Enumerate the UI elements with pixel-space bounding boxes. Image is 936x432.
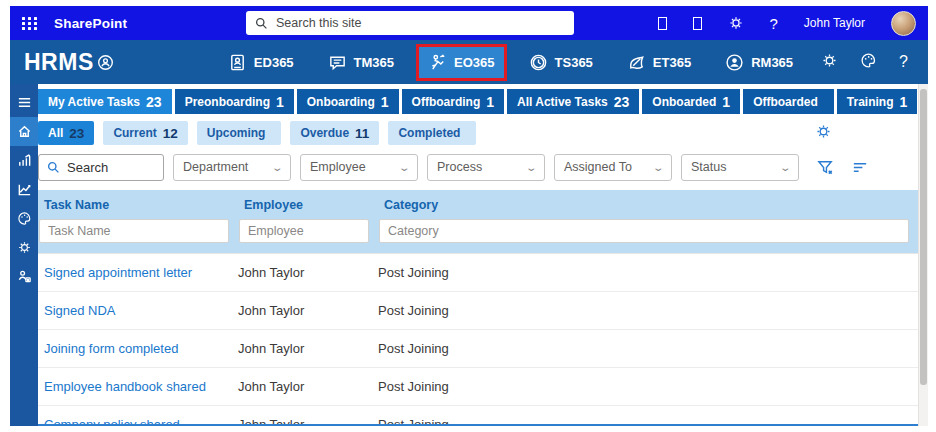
tab-count: 1 [381,94,389,110]
nav-item-eo365-active[interactable]: EO365 [416,44,506,81]
app-settings-button[interactable] [815,48,844,77]
sort-lines-icon[interactable] [851,158,870,177]
nav-item-ts365[interactable]: TS365 [517,44,605,81]
sidebar-hamburger-menu[interactable] [10,88,38,117]
bar-chart-icon [17,153,32,168]
pill-current[interactable]: Current12 [103,121,187,145]
task-link[interactable]: Signed appointment letter [38,265,238,280]
nav-item-tm365[interactable]: TM365 [316,44,406,81]
task-search-box[interactable] [38,154,164,181]
task-link[interactable]: Employee handbook shared [38,379,238,394]
sidebar-item-analytics[interactable] [10,146,38,175]
sidebar-item-settings[interactable] [10,233,38,262]
tab-my-active-tasks[interactable]: My Active Tasks23 [38,89,172,114]
tab-onboarded[interactable]: Onboarded1 [642,89,740,114]
pill-count: 12 [163,126,178,141]
tab-count: 23 [146,94,162,110]
site-search-placeholder: Search this site [276,16,361,30]
table-row: Joining form completed John Taylor Post … [38,330,918,368]
tab-training[interactable]: Training1 [837,89,917,114]
column-filter-task-name[interactable] [39,219,229,243]
sidebar-item-home[interactable] [10,117,38,146]
avatar[interactable] [891,11,916,36]
table-row: Company policy shared John Taylor Post J… [38,406,918,426]
gear-icon [17,240,32,255]
app-help-icon[interactable]: ? [893,49,914,75]
dropdown-department[interactable]: Department⌄ [173,154,291,181]
running-person-icon [428,53,447,72]
employee-cell: John Taylor [238,265,378,280]
unknown-glyph-icon[interactable] [658,17,667,30]
hamburger-menu-icon [17,95,32,110]
pill-overdue[interactable]: Overdue11 [290,121,379,145]
suite-bar: SharePoint Search this site ? John Taylo… [10,6,928,40]
category-cell: Post Joining [378,379,918,394]
dropdown-label: Assigned To [564,160,632,174]
column-header-task-name[interactable]: Task Name [38,198,238,212]
nav-item-label: RM365 [751,55,793,70]
sidebar-item-theme[interactable] [10,204,38,233]
dropdown-process[interactable]: Process⌄ [427,154,545,181]
sharepoint-brand[interactable]: SharePoint [54,16,127,31]
screenshot-canvas: SharePoint Search this site ? John Taylo… [0,0,936,432]
tab-label: Onboarded [652,95,716,109]
pill-upcoming[interactable]: Upcoming [197,121,282,145]
pill-all[interactable]: All23 [38,121,94,145]
scrollbar-thumb[interactable] [920,89,927,385]
column-header-category[interactable]: Category [378,198,918,212]
tab-preonboarding[interactable]: Preonboarding1 [175,89,294,114]
filter-action-icons [816,158,870,177]
dropdown-label: Status [691,160,726,174]
sidebar-item-trends[interactable] [10,175,38,204]
column-filter-category[interactable] [379,219,909,243]
sidebar-item-permissions[interactable] [10,262,38,291]
dropdown-status[interactable]: Status⌄ [681,154,799,181]
filter-pill-row: All23 Current12 Upcoming Overdue11 Compl… [38,121,918,145]
task-link[interactable]: Company policy shared [38,417,238,426]
search-input[interactable] [67,160,147,175]
tab-onboarding[interactable]: Onboarding1 [297,89,399,114]
nav-item-et365[interactable]: ET365 [615,44,703,81]
dropdown-employee[interactable]: Employee⌄ [300,154,418,181]
tab-all-active-tasks[interactable]: All Active Tasks23 [507,89,639,114]
theme-button[interactable] [854,48,883,77]
vertical-scrollbar[interactable] [918,84,928,426]
unknown-glyph-icon[interactable] [693,17,702,30]
table-body: Signed appointment letter John Taylor Po… [38,253,918,426]
task-link[interactable]: Signed NDA [38,303,238,318]
chevron-down-icon: ⌄ [398,162,411,173]
dropdown-label: Employee [310,160,366,174]
app-launcher-icon[interactable] [22,17,38,30]
clear-filter-icon[interactable] [816,158,835,177]
nav-item-label: TM365 [354,55,394,70]
app-nav: ED365 TM365 EO365 TS365 ET365 RM365 [216,44,914,81]
hrms-logo[interactable]: HRMS [24,49,114,76]
pill-label: Upcoming [207,126,266,140]
tab-strip: My Active Tasks23 Preonboarding1 Onboard… [38,89,918,114]
nav-item-ed365[interactable]: ED365 [216,44,306,81]
dropdown-assigned-to[interactable]: Assigned To⌄ [554,154,672,181]
id-card-icon [228,53,247,72]
line-chart-icon [17,182,32,197]
suite-bar-actions: ? John Taylor [658,11,917,36]
task-link[interactable]: Joining form completed [38,341,238,356]
help-icon[interactable]: ? [770,15,778,32]
chevron-down-icon: ⌄ [652,162,665,173]
nav-item-label: TS365 [555,55,593,70]
column-filter-employee[interactable] [239,219,369,243]
palette-icon [17,211,32,226]
user-name[interactable]: John Taylor [804,16,865,30]
view-settings-button[interactable] [815,123,832,144]
pill-completed[interactable]: Completed [388,121,476,145]
pill-label: All [48,126,63,140]
tab-offboarding[interactable]: Offboarding1 [402,89,504,114]
gear-icon [815,123,832,140]
tab-offboarded[interactable]: Offboarded [743,89,834,114]
site-search-box[interactable]: Search this site [246,11,574,35]
settings-gear-icon[interactable] [728,15,744,31]
tab-label: My Active Tasks [48,95,140,109]
nav-item-rm365[interactable]: RM365 [713,44,805,81]
column-header-employee[interactable]: Employee [238,198,378,212]
nav-item-label: ET365 [653,55,691,70]
nav-item-label: ED365 [254,55,294,70]
